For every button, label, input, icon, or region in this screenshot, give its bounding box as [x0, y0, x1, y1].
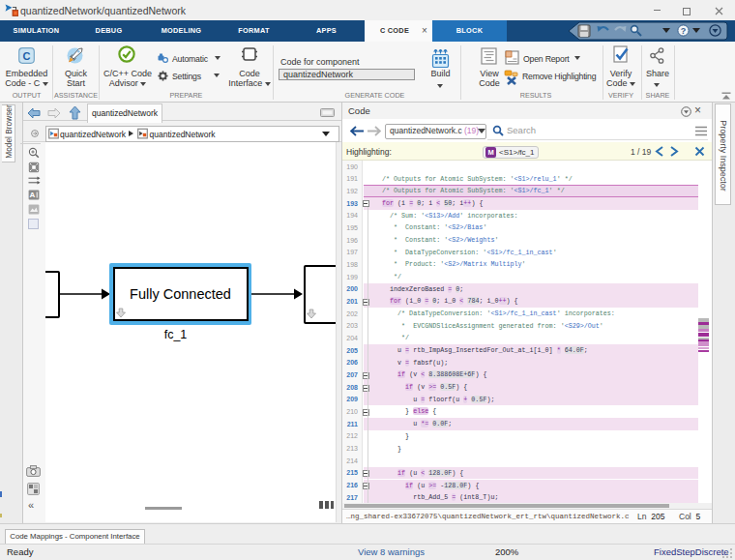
- svg-text:?: ?: [681, 26, 687, 36]
- svg-text:C: C: [23, 50, 31, 62]
- svg-text:A: A: [30, 191, 36, 199]
